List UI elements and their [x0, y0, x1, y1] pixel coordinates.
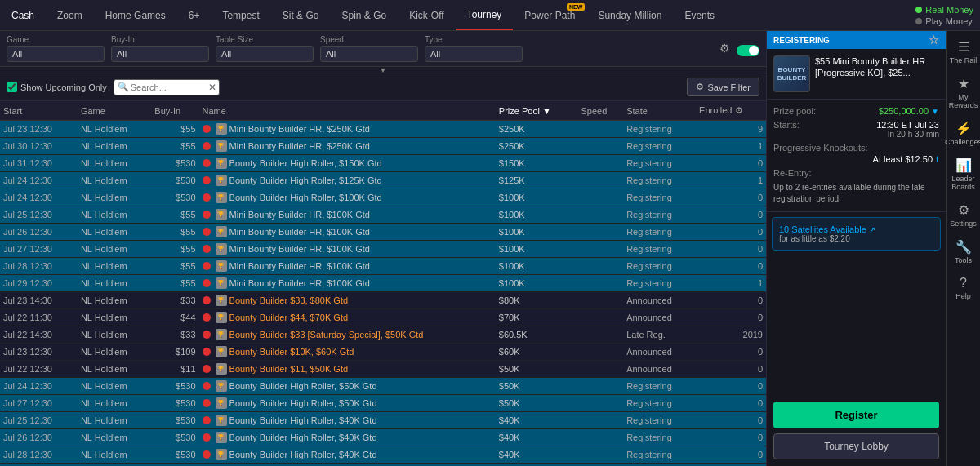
tournament-table: Start Game Buy-In Name Prize Pool ▼ Spee… — [0, 101, 766, 466]
name-text: Mini Bounty Builder HR, $250K Gtd — [229, 124, 370, 134]
table-row[interactable]: Jul 22 11:30 NL Hold'em $44 🏆 Bounty Bui… — [0, 309, 766, 326]
tablesize-filter-select[interactable]: All — [216, 46, 314, 62]
cell-buyin: $11 — [151, 361, 198, 378]
register-button[interactable]: Register — [773, 402, 939, 428]
expand-bar[interactable]: ▼ — [0, 67, 766, 73]
nav-sit-go[interactable]: Sit & Go — [271, 0, 331, 30]
table-row[interactable]: Jul 25 12:30 NL Hold'em $55 🏆 Mini Bount… — [0, 206, 766, 224]
cell-game: NL Hold'em — [78, 241, 151, 258]
bounty-icon: 🏆 — [216, 449, 227, 460]
favorite-star-icon[interactable]: ☆ — [929, 33, 939, 47]
cell-enrolled: 0 — [696, 258, 766, 275]
show-upcoming-checkbox[interactable] — [7, 82, 17, 92]
nav-sunday-million[interactable]: Sunday Million — [586, 0, 673, 30]
table-row[interactable]: Jul 29 12:30 NL Hold'em $530 🏆 Bounty Bu… — [0, 464, 766, 467]
table-row[interactable]: Jul 25 12:30 NL Hold'em $530 🏆 Bounty Bu… — [0, 412, 766, 429]
reg-dot-icon — [203, 313, 211, 322]
table-row[interactable]: Jul 30 12:30 NL Hold'em $55 🏆 Mini Bount… — [0, 138, 766, 155]
nav-zoom[interactable]: Zoom — [46, 0, 94, 30]
expand-arrow-icon: ▼ — [380, 66, 387, 74]
table-row[interactable]: Jul 31 12:30 NL Hold'em $530 🏆 Bounty Bu… — [0, 155, 766, 172]
nav-cash[interactable]: Cash — [0, 0, 46, 30]
table-row[interactable]: Jul 26 12:30 NL Hold'em $55 🏆 Mini Bount… — [0, 224, 766, 241]
th-prize[interactable]: Prize Pool ▼ — [496, 101, 578, 121]
cell-name: 🏆 Bounty Builder $10K, $60K Gtd — [199, 344, 496, 361]
sidebar-item-the-rail[interactable]: ☰ The Rail — [948, 34, 979, 69]
cell-enrolled: 0 — [696, 361, 766, 378]
buyin-filter-select[interactable]: All — [111, 46, 209, 62]
cell-speed — [578, 172, 624, 189]
progressive-info-icon[interactable]: ℹ — [936, 155, 939, 164]
type-filter-select[interactable]: All — [425, 46, 523, 62]
table-row[interactable]: Jul 22 12:30 NL Hold'em $11 🏆 Bounty Bui… — [0, 361, 766, 378]
table-row[interactable]: Jul 27 12:30 NL Hold'em $530 🏆 Bounty Bu… — [0, 395, 766, 412]
cell-game: NL Hold'em — [78, 121, 151, 138]
sidebar-item-tools[interactable]: 🔧 Tools — [948, 234, 979, 269]
search-clear-icon[interactable]: ✕ — [208, 82, 216, 93]
sidebar-item-help[interactable]: ? Help — [948, 271, 979, 305]
type-filter-label: Type — [425, 35, 523, 44]
table-row[interactable]: Jul 28 12:30 NL Hold'em $530 🏆 Bounty Bu… — [0, 446, 766, 464]
cell-speed — [578, 275, 624, 292]
cell-prize: $100K — [496, 241, 578, 258]
cell-start: Jul 23 12:30 — [0, 344, 78, 361]
play-money-option[interactable]: Play Money — [915, 16, 973, 26]
cell-game: NL Hold'em — [78, 224, 151, 241]
cell-state: Registering — [623, 172, 696, 189]
cell-buyin: $530 — [151, 189, 198, 206]
table-row[interactable]: Jul 23 12:30 NL Hold'em $109 🏆 Bounty Bu… — [0, 344, 766, 361]
nav-events[interactable]: Events — [673, 0, 726, 30]
filter-icon-button[interactable]: ⚙ — [718, 40, 732, 56]
name-text: Bounty Builder $33, $80K Gtd — [229, 295, 349, 305]
cell-state: Registering — [623, 121, 696, 138]
nav-spin-go[interactable]: Spin & Go — [330, 0, 398, 30]
cell-enrolled: 1 — [696, 275, 766, 292]
money-toggle[interactable]: Real Money Play Money — [915, 5, 973, 26]
cell-enrolled: 1 — [696, 138, 766, 155]
cell-start: Jul 24 12:30 — [0, 378, 78, 395]
table-row[interactable]: Jul 28 12:30 NL Hold'em $55 🏆 Mini Bount… — [0, 258, 766, 275]
sidebar-item-challenges[interactable]: ⚡ Challenges — [948, 116, 979, 151]
cell-state: Registering — [623, 138, 696, 155]
nav-6plus[interactable]: 6+ — [177, 0, 212, 30]
tourney-lobby-button[interactable]: Tourney Lobby — [773, 433, 939, 459]
game-filter-select[interactable]: All — [7, 46, 105, 62]
satellites-link[interactable]: 10 Satellites Available ↗ — [779, 224, 933, 234]
table-row[interactable]: Jul 24 12:30 NL Hold'em $530 🏆 Bounty Bu… — [0, 378, 766, 395]
cell-state: Late Reg. — [623, 326, 696, 344]
play-money-dot — [915, 18, 922, 24]
table-row[interactable]: Jul 26 12:30 NL Hold'em $530 🏆 Bounty Bu… — [0, 429, 766, 446]
table-row[interactable]: Jul 29 12:30 NL Hold'em $55 🏆 Mini Bount… — [0, 275, 766, 292]
rail-icon: ☰ — [958, 39, 969, 55]
nav-tempest[interactable]: Tempest — [211, 0, 270, 30]
tourney-thumbnail: BOUNTYBUILDER — [773, 55, 810, 92]
cell-buyin: $55 — [151, 258, 198, 275]
table-row[interactable]: Jul 24 12:30 NL Hold'em $530 🏆 Bounty Bu… — [0, 189, 766, 206]
nav-power-path[interactable]: Power Path NEW — [513, 0, 586, 30]
starts-value: 12:30 ET Jul 23 — [876, 120, 939, 130]
sidebar-item-settings[interactable]: ⚙ Settings — [948, 197, 979, 233]
sidebar-item-rewards[interactable]: ★ My Rewards — [948, 71, 979, 114]
prize-info-icon[interactable]: ▼ — [931, 107, 939, 116]
cell-name: 🏆 Bounty Builder High Roller, $150K Gtd — [199, 155, 496, 172]
cell-name: 🏆 Bounty Builder High Roller, $40K Gtd — [199, 464, 496, 467]
reg-dot-icon — [203, 433, 211, 442]
nav-home-games[interactable]: Home Games — [94, 0, 177, 30]
sidebar-item-leaderboards[interactable]: 📊 Leader Boards — [948, 153, 979, 196]
cell-game: NL Hold'em — [78, 275, 151, 292]
nav-kickoff[interactable]: Kick-Off — [398, 0, 455, 30]
table-row[interactable]: Jul 24 12:30 NL Hold'em $530 🏆 Bounty Bu… — [0, 172, 766, 189]
table-row[interactable]: Jul 22 14:30 NL Hold'em $33 🏆 Bounty Bui… — [0, 326, 766, 344]
cell-prize: $40K — [496, 429, 578, 446]
table-row[interactable]: Jul 23 14:30 NL Hold'em $33 🏆 Bounty Bui… — [0, 292, 766, 309]
toggle-switch[interactable] — [737, 45, 760, 56]
real-money-option[interactable]: Real Money — [915, 5, 973, 15]
cell-start: Jul 23 12:30 — [0, 121, 78, 138]
nav-tourney[interactable]: Tourney — [456, 0, 514, 30]
search-input[interactable] — [114, 79, 220, 95]
speed-filter-select[interactable]: All — [320, 46, 418, 62]
table-row[interactable]: Jul 23 12:30 NL Hold'em $55 🏆 Mini Bount… — [0, 121, 766, 138]
cell-speed — [578, 429, 624, 446]
table-row[interactable]: Jul 27 12:30 NL Hold'em $55 🏆 Mini Bount… — [0, 241, 766, 258]
save-filter-button[interactable]: ⚙ Save Filter — [687, 78, 760, 96]
